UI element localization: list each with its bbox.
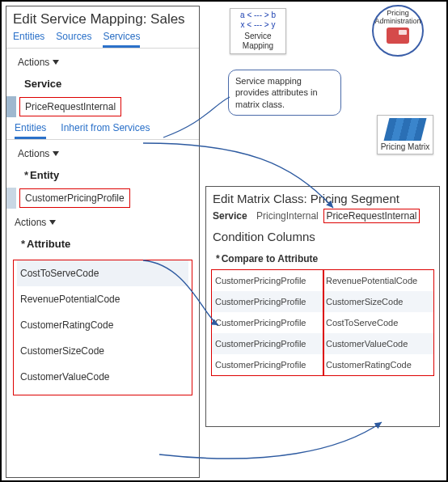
matrix-service-row: Service PricingInternal PriceRequestInte… <box>211 209 434 228</box>
service-value-1: PricingInternal <box>256 210 319 222</box>
attribute-item[interactable]: CustomerRatingCode <box>17 312 188 338</box>
tab-entities[interactable]: Entities <box>13 31 44 48</box>
row-selection-stub <box>6 96 16 117</box>
compare-attribute-head: *Compare to Attribute <box>211 245 434 269</box>
panel-title: Edit Service Mapping: Sales <box>6 6 199 29</box>
row-selection-stub <box>6 188 16 209</box>
cell-entity: CustomerPricingProfile <box>212 291 323 312</box>
chevron-down-icon <box>53 151 59 156</box>
column-divider <box>323 270 324 375</box>
service-row[interactable]: PriceRequestInternal <box>6 96 199 117</box>
admin-circle: Pricing Administration <box>372 5 424 57</box>
mapping-line-2: x < --- > y <box>233 20 283 30</box>
tab-sources[interactable]: Sources <box>56 31 91 48</box>
chevron-down-icon <box>53 60 59 65</box>
primary-tabs: Entities Sources Services <box>6 29 199 48</box>
service-mapping-badge: a < --- > b x < --- > y Service Mapping <box>230 8 286 54</box>
matrix-label: Pricing Matrix <box>380 142 430 151</box>
tag-icon <box>387 27 409 44</box>
attribute-item[interactable]: CustomerValueCode <box>17 364 188 390</box>
cell-attribute: CustomerValueCode <box>323 333 433 354</box>
service-value: PriceRequestInternal <box>19 97 121 116</box>
attribute-column-head: *Attribute <box>6 233 199 256</box>
cell-attribute: CustomerSizeCode <box>323 291 433 312</box>
actions-label: Actions <box>15 217 46 228</box>
entity-value: CustomerPricingProfile <box>19 188 130 208</box>
cell-entity: CustomerPricingProfile <box>212 333 323 354</box>
attribute-actions-menu[interactable]: Actions <box>6 209 199 233</box>
subtab-entities[interactable]: Entities <box>15 122 46 139</box>
cell-entity: CustomerPricingProfile <box>212 312 323 333</box>
matrix-panel-title: Edit Matrix Class: Pricing Segment <box>211 190 434 209</box>
cell-attribute: CostToServeCode <box>323 312 433 333</box>
chevron-down-icon <box>49 220 56 225</box>
cell-attribute: RevenuePotentialCode <box>323 270 433 291</box>
service-label: Service <box>213 210 247 222</box>
entity-row[interactable]: CustomerPricingProfile <box>6 188 199 209</box>
service-column-head: Service <box>6 73 199 96</box>
attribute-list: CostToServeCode RevenuePotentialCode Cus… <box>13 260 192 395</box>
admin-line-2: Administration <box>374 18 421 26</box>
condition-columns-head: Condition Columns <box>211 228 434 245</box>
attribute-item[interactable]: RevenuePotentialCode <box>17 286 188 312</box>
cell-entity: CustomerPricingProfile <box>212 270 323 291</box>
sub-tabs: Entities Inherit from Services <box>6 117 199 139</box>
service-mapping-panel: Edit Service Mapping: Sales Entities Sou… <box>6 6 200 478</box>
tab-services[interactable]: Services <box>103 31 140 48</box>
service-actions-menu[interactable]: Actions <box>6 49 199 73</box>
matrix-icon <box>384 118 427 141</box>
subtab-inherit[interactable]: Inherit from Services <box>61 122 150 139</box>
attribute-item[interactable]: CustomerSizeCode <box>17 338 188 364</box>
service-value-2: PriceRequestInternal <box>323 209 419 223</box>
compare-table: CustomerPricingProfile RevenuePotentialC… <box>211 269 434 376</box>
mapping-label: Service Mapping <box>233 32 283 51</box>
pricing-admin-badge: Pricing Administration <box>361 5 435 57</box>
callout-bubble: Service mapping provides attributes in m… <box>228 70 341 116</box>
cell-entity: CustomerPricingProfile <box>212 354 323 375</box>
matrix-class-panel: Edit Matrix Class: Pricing Segment Servi… <box>205 186 440 427</box>
mapping-line-1: a < --- > b <box>233 11 283 20</box>
entity-column-head: *Entity <box>6 164 199 188</box>
cell-attribute: CustomerRatingCode <box>323 354 433 375</box>
attribute-item[interactable]: CostToServeCode <box>17 260 188 286</box>
entity-actions-menu[interactable]: Actions <box>6 140 199 164</box>
pricing-matrix-badge: Pricing Matrix <box>377 115 433 154</box>
actions-label: Actions <box>18 57 49 68</box>
actions-label: Actions <box>18 148 49 159</box>
